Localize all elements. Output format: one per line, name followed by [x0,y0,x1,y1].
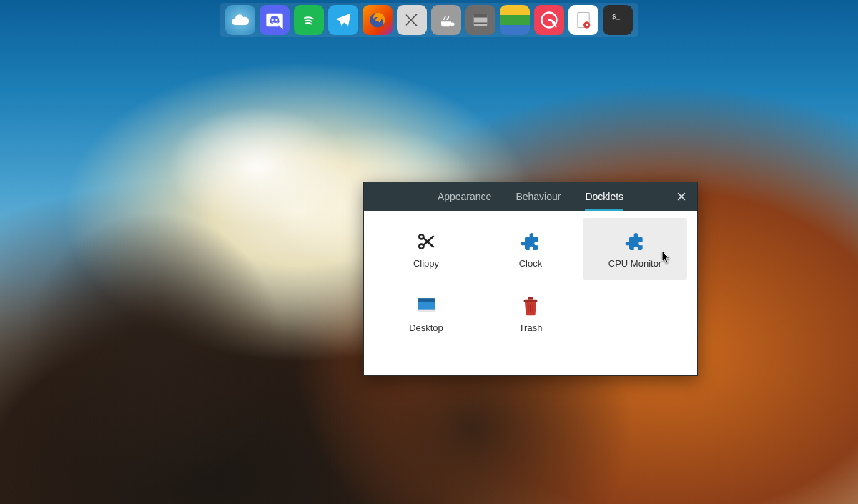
docklet-clock[interactable]: Clock [478,218,583,280]
discord-icon [265,10,285,30]
tab-behaviour[interactable]: Behaviour [516,182,561,211]
dock-files[interactable] [465,5,495,35]
dock-terminal[interactable]: $_ [603,5,633,35]
svg-rect-3 [474,14,488,18]
tab-docklets[interactable]: Docklets [585,182,623,211]
close-icon [676,192,686,202]
svg-rect-13 [418,298,435,302]
docklet-cpu-monitor[interactable]: CPU Monitor [583,218,687,280]
files-icon [470,10,490,30]
docklet-clippy[interactable]: Clippy [374,218,478,280]
svg-text:$_: $_ [612,12,621,20]
dock-tools[interactable] [397,5,427,35]
svg-point-8 [586,24,588,26]
puzzle-icon [623,229,647,254]
dock-document[interactable] [568,5,598,35]
tab-bar: Appearance Behaviour Docklets [438,182,623,211]
trash-icon [518,294,543,318]
terminal-icon: $_ [608,10,628,30]
dock-preferences-window: Appearance Behaviour Docklets Clippy Clo… [363,182,698,376]
dock-discord[interactable] [260,5,290,35]
dock-cloud-app[interactable] [225,5,255,35]
document-eye-icon [573,10,593,30]
docklet-label: CPU Monitor [608,258,661,269]
crossed-tools-icon [402,10,422,30]
svg-rect-15 [524,299,538,302]
docklet-label: Desktop [409,322,443,333]
docklet-label: Clock [519,258,543,269]
window-close-button[interactable] [673,188,690,205]
svg-rect-14 [418,309,435,311]
pocket-casts-icon [539,10,559,30]
firefox-icon [368,10,388,30]
svg-rect-16 [528,297,533,300]
dock-color-picker[interactable] [500,5,530,35]
scissors-icon [414,229,438,254]
dock-telegram[interactable] [328,5,358,35]
dock-spotify[interactable] [294,5,324,35]
spotify-icon [299,10,319,30]
docklet-desktop[interactable]: Desktop [374,282,478,344]
cloud-icon [230,10,250,30]
top-dock: $_ [220,3,638,37]
tab-appearance[interactable]: Appearance [438,182,492,211]
telegram-icon [333,10,353,30]
java-icon [436,10,456,30]
desktop-icon [414,294,438,318]
dock-firefox[interactable] [363,5,393,35]
docklet-label: Trash [519,322,543,333]
docklets-grid: Clippy Clock CPU Monitor Desktop Trash [364,211,697,375]
docklet-trash[interactable]: Trash [478,282,583,344]
dock-pocket-casts[interactable] [534,5,564,35]
svg-rect-4 [474,23,488,24]
puzzle-icon [518,229,543,254]
docklet-label: Clippy [413,258,439,269]
window-titlebar: Appearance Behaviour Docklets [364,182,697,211]
dock-java[interactable] [431,5,461,35]
